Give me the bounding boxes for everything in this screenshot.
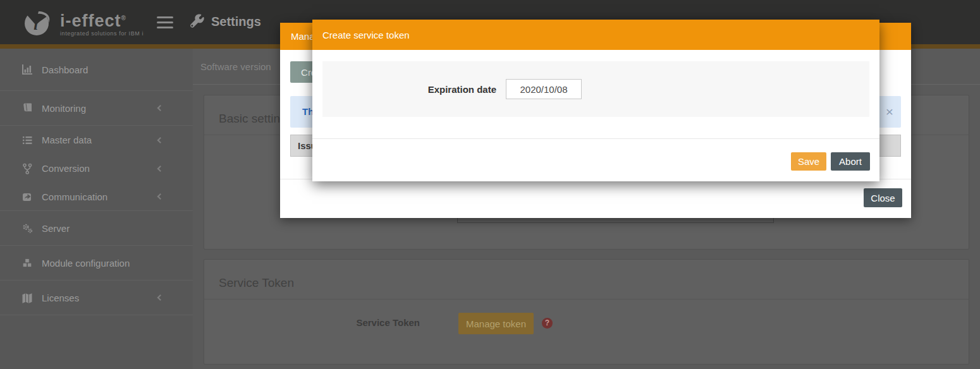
service-token-row: Service Token Manage token ? (204, 313, 969, 334)
sidebar-item-label: Module configuration (42, 258, 130, 269)
expiration-date-label: Expiration date (322, 84, 506, 95)
create-modal-footer: Save Abort (312, 138, 879, 181)
sidebar-item-label: Licenses (42, 293, 79, 303)
expiration-date-input[interactable] (506, 79, 582, 99)
brand-logo[interactable]: i i-effect® integrated solutions for IBM… (21, 6, 144, 39)
sidebar-item-master-data[interactable]: Master data (0, 126, 193, 154)
sidebar-item-dashboard[interactable]: Dashboard (0, 49, 193, 91)
abort-button[interactable]: Abort (831, 152, 870, 171)
service-token-panel: Service Token Service Token Manage token… (204, 259, 969, 365)
sidebar-item-label: Dashboard (42, 64, 88, 75)
sidebar-item-label: Server (42, 223, 70, 234)
tab-software-version[interactable]: Software version (200, 61, 271, 72)
sidebar-item-module-configuration[interactable]: Module configuration (0, 246, 193, 281)
wrench-icon (190, 14, 205, 29)
sidebar-item-licenses[interactable]: Licenses (0, 281, 193, 315)
sidebar-item-communication[interactable]: Communication (0, 183, 193, 211)
create-modal-header: Create service token (312, 20, 879, 50)
expiration-form-area: Expiration date (322, 61, 869, 117)
i-effect-emblem-icon: i (21, 6, 54, 39)
svg-text:i: i (34, 15, 39, 33)
alert-close-icon[interactable]: × (886, 96, 893, 128)
sidebar: Dashboard Monitoring Master data (0, 49, 193, 369)
sidebar-item-label: Conversion (42, 163, 90, 174)
chevron-left-icon (157, 166, 164, 172)
chevron-left-icon (157, 137, 164, 143)
sidebar-item-monitoring[interactable]: Monitoring (0, 91, 193, 126)
create-modal-title: Create service token (322, 30, 410, 40)
page-title: Settings (211, 15, 261, 29)
brand-name: i-effect® (60, 9, 144, 30)
cubes-icon (21, 257, 34, 269)
sidebar-item-conversion[interactable]: Conversion (0, 154, 193, 183)
bar-chart-icon (21, 64, 34, 75)
service-token-label: Service Token (204, 317, 439, 328)
brand-tagline: integrated solutions for IBM i (60, 30, 144, 37)
sidebar-item-label: Master data (42, 135, 92, 145)
sidebar-item-server[interactable]: Server (0, 211, 193, 246)
chevron-left-icon (157, 193, 164, 200)
trademark-symbol: ® (121, 15, 126, 21)
share-icon (21, 191, 34, 202)
close-button[interactable]: Close (864, 188, 902, 207)
service-token-title: Service Token (204, 260, 969, 299)
book-icon (21, 102, 34, 114)
hamburger-menu-icon[interactable] (157, 16, 173, 30)
create-service-token-modal: Create service token Expiration date Sav… (312, 20, 879, 181)
sidebar-item-label: Monitoring (42, 103, 86, 114)
gears-icon (21, 222, 34, 234)
help-question-icon[interactable]: ? (542, 318, 553, 329)
list-icon (21, 135, 34, 146)
header-settings: Settings (190, 14, 261, 29)
save-button[interactable]: Save (791, 152, 826, 171)
chevron-left-icon (157, 105, 164, 111)
chevron-left-icon (157, 294, 164, 301)
code-fork-icon (21, 163, 34, 174)
map-icon (21, 292, 34, 303)
manage-token-button[interactable]: Manage token (458, 313, 534, 334)
sidebar-item-label: Communication (42, 191, 107, 202)
manage-modal-footer: Close (280, 179, 911, 218)
